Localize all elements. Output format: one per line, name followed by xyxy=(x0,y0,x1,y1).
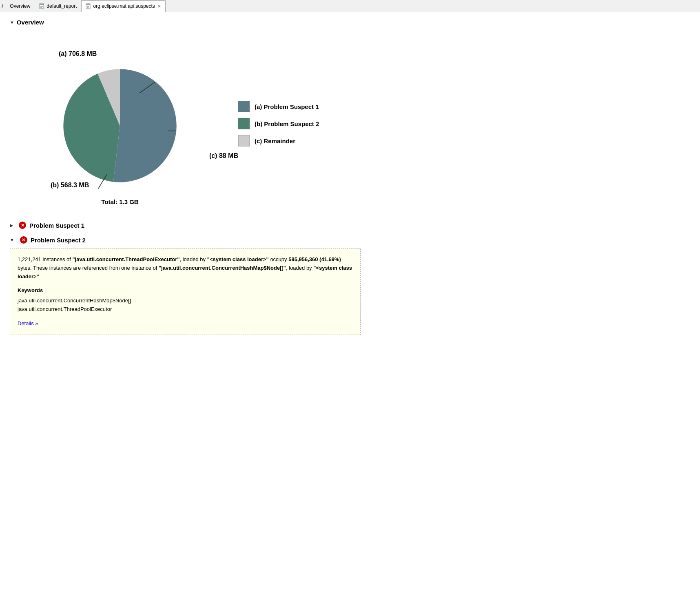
overview-section-header[interactable]: ▼ Overview xyxy=(10,19,690,26)
legend-label-c: (c) Remainder xyxy=(255,138,295,144)
chart-area: (a) 706.8 MB (c) 88 MB (b) 568.3 MB Tota… xyxy=(34,34,690,213)
suspect1-section: ▶ ✕ Problem Suspect 1 xyxy=(10,222,690,229)
svg-rect-6 xyxy=(86,4,90,5)
report-icon xyxy=(39,3,45,9)
suspects-icon xyxy=(86,3,91,9)
pie-label-c: (c) 88 MB xyxy=(209,152,238,160)
svg-rect-1 xyxy=(40,4,44,5)
suspect2-description-box: 1,221,241 instances of "java.util.concur… xyxy=(10,248,361,335)
keywords-section: Keywords java.util.concurrent.Concurrent… xyxy=(18,286,353,313)
pie-segment-a-real xyxy=(113,69,177,182)
suspect1-toggle[interactable]: ▶ xyxy=(10,223,13,228)
tab-default-report[interactable]: default_report xyxy=(35,0,81,12)
legend-color-b xyxy=(238,118,250,129)
tab-suspects[interactable]: org.eclipse.mat.api:suspects ✕ xyxy=(81,0,165,12)
suspect2-title: Problem Suspect 2 xyxy=(31,237,86,244)
legend-label-b: (b) Problem Suspect 2 xyxy=(255,120,319,127)
pie-chart-container: (a) 706.8 MB (c) 88 MB (b) 568.3 MB Tota… xyxy=(34,34,206,213)
keyword-item-1: java.util.concurrent.ThreadPoolExecutor xyxy=(18,305,353,314)
legend-label-a: (a) Problem Suspect 1 xyxy=(255,103,319,110)
pie-chart-svg xyxy=(55,56,185,195)
suspect2-section: ▼ ✕ Problem Suspect 2 1,221,241 instance… xyxy=(10,236,690,335)
info-icon: i xyxy=(2,3,3,9)
legend: (a) Problem Suspect 1 (b) Problem Suspec… xyxy=(238,101,319,146)
suspect2-error-icon: ✕ xyxy=(20,236,27,244)
pie-total: Total: 1.3 GB xyxy=(101,198,138,205)
suspect1-error-icon: ✕ xyxy=(19,222,26,229)
legend-color-a xyxy=(238,101,250,112)
legend-item-a: (a) Problem Suspect 1 xyxy=(238,101,319,112)
overview-title: Overview xyxy=(17,19,44,26)
legend-item-c: (c) Remainder xyxy=(238,135,319,146)
tab-close-button[interactable]: ✕ xyxy=(157,4,161,9)
suspect2-description-text: 1,221,241 instances of "java.util.concur… xyxy=(18,255,353,281)
keyword-item-0: java.util.concurrent.ConcurrentHashMap$N… xyxy=(18,297,353,305)
keywords-list: java.util.concurrent.ConcurrentHashMap$N… xyxy=(18,297,353,314)
suspect1-header[interactable]: ▶ ✕ Problem Suspect 1 xyxy=(10,222,690,229)
details-link[interactable]: Details » xyxy=(18,319,38,328)
legend-color-c xyxy=(238,135,250,146)
legend-item-b: (b) Problem Suspect 2 xyxy=(238,118,319,129)
suspect2-toggle[interactable]: ▼ xyxy=(10,237,14,242)
tab-bar: i Overview default_report org.eclipse.ma… xyxy=(0,0,700,12)
suspect2-header[interactable]: ▼ ✕ Problem Suspect 2 xyxy=(10,236,690,244)
keywords-title: Keywords xyxy=(18,286,353,295)
tab-overview[interactable]: Overview xyxy=(5,0,35,12)
main-content: ▼ Overview (a) 706.8 MB (c) 88 MB (b) 56… xyxy=(0,12,700,346)
suspect1-title: Problem Suspect 1 xyxy=(29,222,84,229)
overview-toggle[interactable]: ▼ xyxy=(10,20,14,25)
